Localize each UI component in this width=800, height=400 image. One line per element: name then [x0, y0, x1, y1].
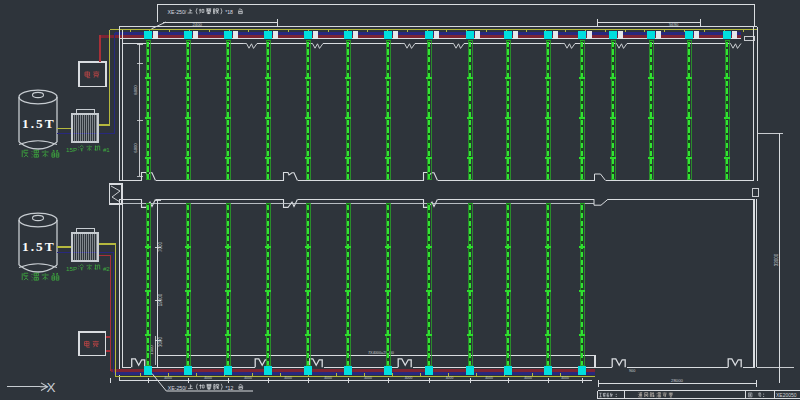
svg-text:*12: *12 — [226, 385, 234, 391]
svg-text:28000: 28000 — [671, 378, 684, 383]
svg-text:1.5T: 1.5T — [22, 116, 56, 131]
svg-text:4000: 4000 — [284, 376, 292, 380]
svg-text:XE20050: XE20050 — [776, 392, 797, 398]
svg-text:4000: 4000 — [524, 376, 532, 380]
svg-text:19500: 19500 — [158, 293, 163, 306]
svg-text:4000: 4000 — [485, 376, 493, 380]
svg-text:33000: 33000 — [774, 253, 779, 266]
svg-text:6000: 6000 — [133, 143, 138, 153]
svg-text:1.5T: 1.5T — [22, 239, 56, 254]
svg-text:5690: 5690 — [669, 22, 679, 27]
svg-text:2400: 2400 — [193, 22, 203, 27]
svg-text:3000: 3000 — [158, 336, 163, 347]
svg-text:4000: 4000 — [204, 376, 212, 380]
svg-text:15P: 15P — [66, 265, 77, 272]
svg-text:4000: 4000 — [561, 376, 569, 380]
svg-text:4000: 4000 — [244, 376, 252, 380]
svg-text:4000: 4000 — [164, 376, 172, 380]
svg-text:15P: 15P — [66, 146, 77, 153]
svg-text:4000: 4000 — [446, 376, 454, 380]
svg-text:8000: 8000 — [133, 85, 138, 95]
svg-text:7000: 7000 — [158, 241, 163, 252]
svg-text:#2: #2 — [103, 265, 110, 272]
svg-text:X: X — [47, 380, 56, 395]
svg-text:1500: 1500 — [149, 345, 154, 355]
svg-text:XE-250/: XE-250/ — [168, 9, 187, 15]
svg-text:900: 900 — [629, 369, 635, 373]
svg-text:#1: #1 — [103, 146, 110, 153]
svg-text:4000: 4000 — [364, 376, 372, 380]
svg-text:4000: 4000 — [324, 376, 332, 380]
svg-text:*18: *18 — [225, 9, 233, 15]
svg-text:4000: 4000 — [405, 376, 413, 380]
svg-text:XE-250/: XE-250/ — [168, 385, 187, 391]
